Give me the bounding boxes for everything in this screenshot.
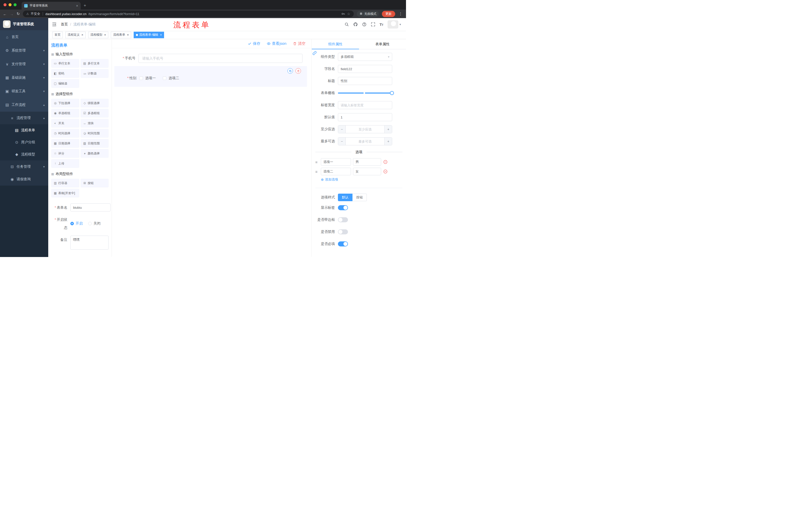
max-select-input[interactable] xyxy=(346,138,384,145)
palette-item-button[interactable]: 按钮 xyxy=(81,179,109,187)
breadcrumb-home[interactable]: 首页 xyxy=(61,22,68,27)
drag-handle-icon[interactable] xyxy=(315,169,319,174)
palette-item-slider[interactable]: 滑块 xyxy=(81,119,109,128)
zoom-window-button[interactable] xyxy=(13,3,17,6)
sidebar-item-task-management[interactable]: 任务管理 xyxy=(0,160,48,173)
sidebar-item-infra[interactable]: 基础设施 xyxy=(0,71,48,84)
palette-item-editor[interactable]: 编辑器 xyxy=(51,79,79,88)
tag-process-definition[interactable]: 流程定义 × xyxy=(65,32,86,38)
drag-handle-icon[interactable] xyxy=(315,160,319,164)
delete-widget-button[interactable] xyxy=(295,68,301,74)
palette-item-rate[interactable]: 评分 xyxy=(51,149,79,158)
option-value-input[interactable] xyxy=(353,158,381,166)
back-icon[interactable] xyxy=(3,12,7,16)
add-option-button[interactable]: 添加选项 xyxy=(321,177,403,182)
stepper-plus-icon[interactable] xyxy=(384,138,392,145)
label-width-input[interactable] xyxy=(338,101,392,109)
palette-item-time-range[interactable]: 时间范围 xyxy=(81,129,109,138)
security-label[interactable]: 不安全 xyxy=(31,12,40,16)
sidebar-item-process-form[interactable]: 流程表单 xyxy=(0,124,48,136)
remove-option-button[interactable] xyxy=(383,160,388,164)
sidebar-item-process-model[interactable]: 流程模型 xyxy=(0,148,48,160)
close-icon[interactable]: × xyxy=(81,33,83,36)
sidebar-item-home[interactable]: 首页 xyxy=(0,30,48,44)
stepper-minus-icon[interactable] xyxy=(338,126,346,133)
fold-menu-icon[interactable] xyxy=(52,22,57,27)
stepper-plus-icon[interactable] xyxy=(384,126,392,133)
palette-item-time-picker[interactable]: 时间选择 xyxy=(51,129,79,138)
remark-textarea[interactable]: 嘿嘿 xyxy=(70,236,109,250)
tag-home[interactable]: 首页 xyxy=(52,32,63,38)
sidebar-item-devtools[interactable]: 研发工具 xyxy=(0,84,48,98)
kebab-icon[interactable] xyxy=(398,11,403,16)
tab-component-props[interactable]: 组件属性 xyxy=(312,39,359,49)
reload-icon[interactable] xyxy=(17,11,20,16)
palette-item-upload[interactable]: 上传 xyxy=(51,159,79,168)
new-tab-icon[interactable] xyxy=(84,3,86,8)
sidebar-item-system[interactable]: 系统管理 xyxy=(0,44,48,57)
status-off-radio[interactable]: 关闭 xyxy=(88,221,100,226)
sidebar-logo[interactable]: 芋道管理系统 xyxy=(0,18,48,30)
star-icon[interactable] xyxy=(347,12,350,16)
tag-process-form-edit[interactable]: 流程表单-编辑 × xyxy=(134,32,164,38)
palette-item-color-picker[interactable]: 颜色选择 xyxy=(81,149,109,158)
update-button[interactable]: 更新 xyxy=(382,11,395,17)
palette-item-counter[interactable]: 计数器 xyxy=(81,69,109,78)
style-button-button[interactable]: 按钮 xyxy=(352,194,367,201)
copy-widget-button[interactable] xyxy=(287,68,293,74)
close-icon[interactable]: × xyxy=(104,33,106,36)
phone-input[interactable] xyxy=(139,54,302,63)
sidebar-item-workflow[interactable]: 工作流程 xyxy=(0,98,48,112)
show-label-toggle[interactable] xyxy=(338,205,348,210)
close-icon[interactable]: × xyxy=(127,33,129,36)
border-toggle[interactable] xyxy=(338,217,348,222)
close-window-button[interactable] xyxy=(3,3,6,6)
search-icon[interactable] xyxy=(344,22,349,27)
palette-item-date-picker[interactable]: 日期选择 xyxy=(51,139,79,147)
palette-item-date-range[interactable]: 日期范围 xyxy=(81,139,109,147)
fullscreen-icon[interactable] xyxy=(371,22,375,27)
tag-process-form[interactable]: 流程表单 × xyxy=(111,32,131,38)
view-json-button[interactable]: 查看json xyxy=(267,41,286,46)
gender-field-widget[interactable]: 性别 选项一 选项二 xyxy=(114,66,307,87)
min-select-input[interactable] xyxy=(346,126,384,133)
palette-item-table[interactable]: 表格[开发中] xyxy=(51,189,79,197)
palette-item-password[interactable]: 密码 xyxy=(51,69,79,78)
tag-process-model[interactable]: 流程模型 × xyxy=(88,32,109,38)
palette-item-switch[interactable]: 开关 xyxy=(51,119,79,128)
minimize-window-button[interactable] xyxy=(8,3,11,6)
close-icon[interactable]: × xyxy=(160,33,162,36)
palette-item-checkbox-group[interactable]: 多选框组 xyxy=(81,109,109,117)
sidebar-item-leave-query[interactable]: 请假查询 xyxy=(0,173,48,186)
user-menu[interactable] xyxy=(388,20,401,28)
sidebar-item-payment[interactable]: 支付管理 xyxy=(0,57,48,71)
stepper-minus-icon[interactable] xyxy=(338,138,346,145)
gender-option1-checkbox[interactable]: 选项一 xyxy=(140,76,156,80)
tab-close-icon[interactable] xyxy=(76,4,78,8)
link-icon[interactable] xyxy=(312,51,317,55)
github-icon[interactable] xyxy=(353,22,358,27)
help-icon[interactable] xyxy=(362,22,367,27)
title-input[interactable] xyxy=(338,77,392,85)
palette-item-single-text[interactable]: 单行文本 xyxy=(51,59,79,67)
option-label-input[interactable] xyxy=(321,168,351,175)
status-on-radio[interactable]: 开启 xyxy=(70,221,83,226)
remove-option-button[interactable] xyxy=(383,169,388,174)
save-button[interactable]: 保存 xyxy=(248,41,260,46)
slider-handle[interactable] xyxy=(390,91,394,95)
forward-icon[interactable] xyxy=(10,12,13,16)
clear-button[interactable]: 清空 xyxy=(293,41,306,46)
required-toggle[interactable] xyxy=(338,241,348,246)
sidebar-item-process-management[interactable]: 流程管理 xyxy=(0,112,48,124)
disabled-toggle[interactable] xyxy=(338,229,348,234)
form-name-input[interactable] xyxy=(70,204,111,212)
url-bar[interactable]: 不安全 dashboard.yudao.iocoder.cn /bpm/mana… xyxy=(23,10,354,17)
browser-tab[interactable]: 芋道管理系统 xyxy=(22,2,81,9)
component-type-select[interactable]: 多选框组 xyxy=(338,53,392,61)
default-value-input[interactable] xyxy=(338,113,392,121)
option-label-input[interactable] xyxy=(321,158,351,166)
option-value-input[interactable] xyxy=(353,168,381,175)
field-name-input[interactable] xyxy=(338,65,392,73)
sidebar-item-user-group[interactable]: 用户分组 xyxy=(0,136,48,148)
palette-item-cascader[interactable]: 级联选择 xyxy=(81,99,109,107)
